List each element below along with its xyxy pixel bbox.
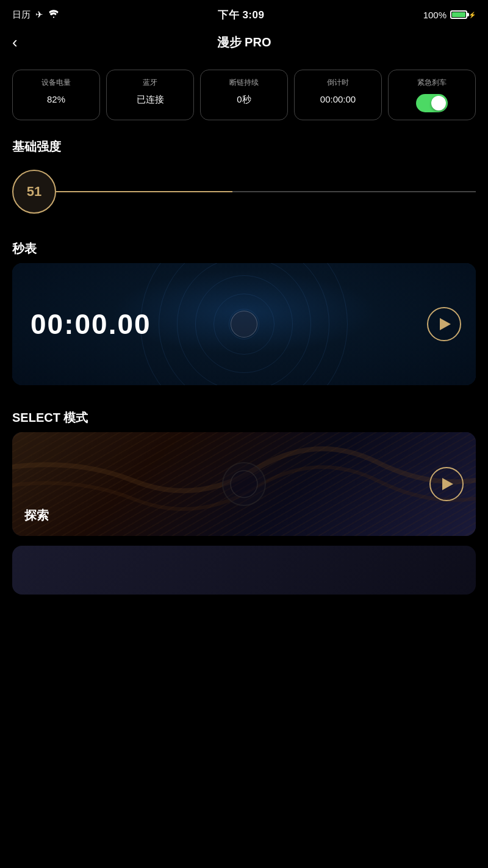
second-card-bg	[12, 546, 476, 595]
lightning-icon: ⚡	[468, 12, 476, 18]
svg-point-1	[231, 471, 257, 497]
explore-play-button[interactable]	[429, 467, 464, 501]
status-bar: 日历 ✈ 下午 3:09 100% ⚡	[0, 0, 488, 27]
stopwatch-center-button[interactable]	[231, 311, 257, 338]
nav-bar: ‹ 漫步 PRO	[0, 27, 488, 57]
stopwatch-section-label: 秒表	[0, 228, 488, 263]
slider-filled	[56, 191, 232, 192]
page-title: 漫步 PRO	[217, 34, 271, 51]
status-right: 100% ⚡	[423, 10, 476, 20]
play-icon	[440, 318, 451, 330]
brake-toggle[interactable]	[416, 94, 448, 112]
battery-fill	[452, 12, 465, 17]
explore-deco-svg	[12, 432, 476, 536]
card-battery[interactable]: 设备电量 82%	[12, 70, 100, 120]
slider-track[interactable]: 51	[12, 167, 476, 216]
battery-icon-box: ⚡	[450, 10, 476, 19]
card-disconnect-label: 断链持续	[229, 78, 259, 88]
select-card-second[interactable]	[12, 546, 476, 595]
battery-percent: 100%	[423, 10, 447, 20]
airplane-icon: ✈	[35, 9, 43, 20]
card-bluetooth-value: 已连接	[137, 94, 164, 106]
explore-card-label: 探索	[24, 507, 49, 524]
intensity-section-label: 基础强度	[0, 126, 488, 161]
explore-play-icon	[442, 478, 453, 490]
select-card-explore[interactable]: 探索	[12, 432, 476, 536]
card-bluetooth-label: 蓝牙	[143, 78, 157, 88]
toggle-thumb	[431, 96, 446, 110]
stopwatch-play-button[interactable]	[427, 307, 461, 341]
card-countdown[interactable]: 倒计时 00:00:00	[294, 70, 382, 120]
wifi-icon	[48, 10, 59, 20]
stopwatch-time: 00:00.00	[30, 308, 151, 341]
card-battery-value: 82%	[47, 94, 65, 104]
slider-empty	[232, 191, 476, 192]
battery-icon	[450, 10, 467, 19]
slider-value: 51	[27, 184, 41, 200]
card-bluetooth[interactable]: 蓝牙 已连接	[106, 70, 194, 120]
select-mode-label: SELECT 模式	[0, 397, 488, 432]
status-time: 下午 3:09	[218, 8, 264, 22]
slider-thumb[interactable]: 51	[12, 170, 56, 214]
slider-section: 51	[0, 161, 488, 228]
card-countdown-label: 倒计时	[327, 78, 349, 88]
card-countdown-value: 00:00:00	[320, 94, 356, 104]
status-left: 日历 ✈	[12, 9, 59, 21]
card-disconnect-value: 0秒	[237, 94, 251, 106]
back-button[interactable]: ‹	[12, 34, 18, 50]
card-brake-label: 紧急刹车	[417, 78, 447, 88]
card-brake[interactable]: 紧急刹车	[388, 70, 476, 120]
card-battery-label: 设备电量	[41, 78, 71, 88]
stopwatch-container[interactable]: 00:00.00	[12, 263, 476, 385]
slider-line[interactable]	[56, 191, 476, 192]
card-disconnect[interactable]: 断链持续 0秒	[200, 70, 288, 120]
calendar-icon: 日历	[12, 9, 30, 21]
info-cards-row: 设备电量 82% 蓝牙 已连接 断链持续 0秒 倒计时 00:00:00 紧急刹…	[0, 57, 488, 126]
